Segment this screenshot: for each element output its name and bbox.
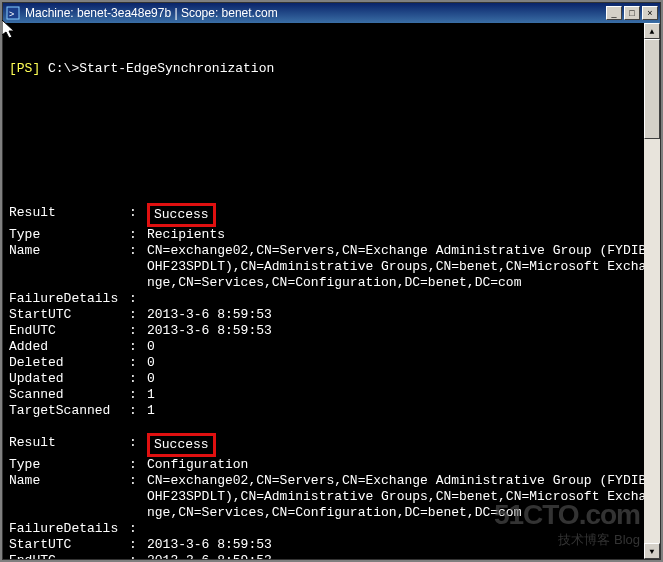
field-label: FailureDetails bbox=[9, 291, 129, 307]
field-label: FailureDetails bbox=[9, 521, 129, 537]
output-row: StartUTC: 2013-3-6 8:59:53 bbox=[9, 537, 654, 553]
separator: : bbox=[129, 205, 147, 227]
field-value: 2013-3-6 8:59:53 bbox=[147, 553, 654, 559]
separator: : bbox=[129, 323, 147, 339]
separator: : bbox=[129, 521, 147, 537]
field-value: Success bbox=[147, 435, 654, 457]
prompt-ps: [PS] bbox=[9, 61, 40, 76]
field-value: Success bbox=[147, 205, 654, 227]
output-row: Scanned: 1 bbox=[9, 387, 654, 403]
separator: : bbox=[129, 387, 147, 403]
output-row: Result: Success bbox=[9, 435, 654, 457]
output-row: Updated: 0 bbox=[9, 371, 654, 387]
titlebar[interactable]: > Machine: benet-3ea48e97b | Scope: bene… bbox=[3, 3, 660, 23]
command-text: Start-EdgeSynchronization bbox=[79, 61, 274, 76]
prompt-path: C:\> bbox=[40, 61, 79, 76]
field-value: 1 bbox=[147, 387, 654, 403]
field-value: CN=exchange02,CN=Servers,CN=Exchange Adm… bbox=[147, 473, 654, 521]
blank-line bbox=[9, 419, 654, 435]
field-label: Name bbox=[9, 243, 129, 291]
output-row: Name: CN=exchange02,CN=Servers,CN=Exchan… bbox=[9, 473, 654, 521]
scroll-track[interactable] bbox=[644, 39, 660, 543]
field-value: 2013-3-6 8:59:53 bbox=[147, 323, 654, 339]
field-value bbox=[147, 521, 654, 537]
output-row: EndUTC: 2013-3-6 8:59:53 bbox=[9, 553, 654, 559]
highlight-box: Success bbox=[147, 433, 216, 457]
scroll-up-button[interactable]: ▲ bbox=[644, 23, 660, 39]
output-row: StartUTC: 2013-3-6 8:59:53 bbox=[9, 307, 654, 323]
maximize-button[interactable]: □ bbox=[624, 6, 640, 20]
scroll-down-button[interactable]: ▼ bbox=[644, 543, 660, 559]
output-row: Type: Recipients bbox=[9, 227, 654, 243]
scroll-thumb[interactable] bbox=[644, 39, 660, 139]
field-label: Result bbox=[9, 205, 129, 227]
output-row: FailureDetails: bbox=[9, 291, 654, 307]
output-row: FailureDetails: bbox=[9, 521, 654, 537]
separator: : bbox=[129, 339, 147, 355]
output-row: Name: CN=exchange02,CN=Servers,CN=Exchan… bbox=[9, 243, 654, 291]
field-label: TargetScanned bbox=[9, 403, 129, 419]
field-label: Name bbox=[9, 473, 129, 521]
field-label: StartUTC bbox=[9, 307, 129, 323]
output-row: Added: 0 bbox=[9, 339, 654, 355]
close-button[interactable]: × bbox=[642, 6, 658, 20]
window-controls: _ □ × bbox=[606, 6, 658, 20]
separator: : bbox=[129, 227, 147, 243]
separator: : bbox=[129, 291, 147, 307]
field-value bbox=[147, 291, 654, 307]
highlight-box: Success bbox=[147, 203, 216, 227]
app-icon: > bbox=[5, 5, 21, 21]
window-title: Machine: benet-3ea48e97b | Scope: benet.… bbox=[25, 6, 606, 20]
field-value: 0 bbox=[147, 355, 654, 371]
field-value: 0 bbox=[147, 371, 654, 387]
separator: : bbox=[129, 403, 147, 419]
output-row: Result: Success bbox=[9, 205, 654, 227]
minimize-button[interactable]: _ bbox=[606, 6, 622, 20]
separator: : bbox=[129, 435, 147, 457]
terminal-body[interactable]: [PS] C:\>Start-EdgeSynchronization Resul… bbox=[3, 23, 660, 559]
separator: : bbox=[129, 553, 147, 559]
field-value: CN=exchange02,CN=Servers,CN=Exchange Adm… bbox=[147, 243, 654, 291]
output-row: Type: Configuration bbox=[9, 457, 654, 473]
field-label: Scanned bbox=[9, 387, 129, 403]
field-value: Configuration bbox=[147, 457, 654, 473]
field-value: 2013-3-6 8:59:53 bbox=[147, 537, 654, 553]
field-value: 2013-3-6 8:59:53 bbox=[147, 307, 654, 323]
separator: : bbox=[129, 371, 147, 387]
separator: : bbox=[129, 473, 147, 521]
field-label: EndUTC bbox=[9, 323, 129, 339]
separator: : bbox=[129, 457, 147, 473]
scrollbar[interactable]: ▲ ▼ bbox=[644, 23, 660, 559]
separator: : bbox=[129, 355, 147, 371]
field-label: Type bbox=[9, 227, 129, 243]
field-value: Recipients bbox=[147, 227, 654, 243]
field-label: Added bbox=[9, 339, 129, 355]
field-value: 1 bbox=[147, 403, 654, 419]
output-row: TargetScanned: 1 bbox=[9, 403, 654, 419]
svg-text:>: > bbox=[9, 9, 14, 19]
field-label: Deleted bbox=[9, 355, 129, 371]
output-row: Deleted: 0 bbox=[9, 355, 654, 371]
output-row: EndUTC: 2013-3-6 8:59:53 bbox=[9, 323, 654, 339]
separator: : bbox=[129, 307, 147, 323]
separator: : bbox=[129, 537, 147, 553]
field-label: Result bbox=[9, 435, 129, 457]
field-label: EndUTC bbox=[9, 553, 129, 559]
field-label: StartUTC bbox=[9, 537, 129, 553]
prompt-line: [PS] C:\>Start-EdgeSynchronization bbox=[9, 61, 654, 77]
field-label: Type bbox=[9, 457, 129, 473]
field-value: 0 bbox=[147, 339, 654, 355]
separator: : bbox=[129, 243, 147, 291]
terminal-window: > Machine: benet-3ea48e97b | Scope: bene… bbox=[2, 2, 661, 560]
field-label: Updated bbox=[9, 371, 129, 387]
